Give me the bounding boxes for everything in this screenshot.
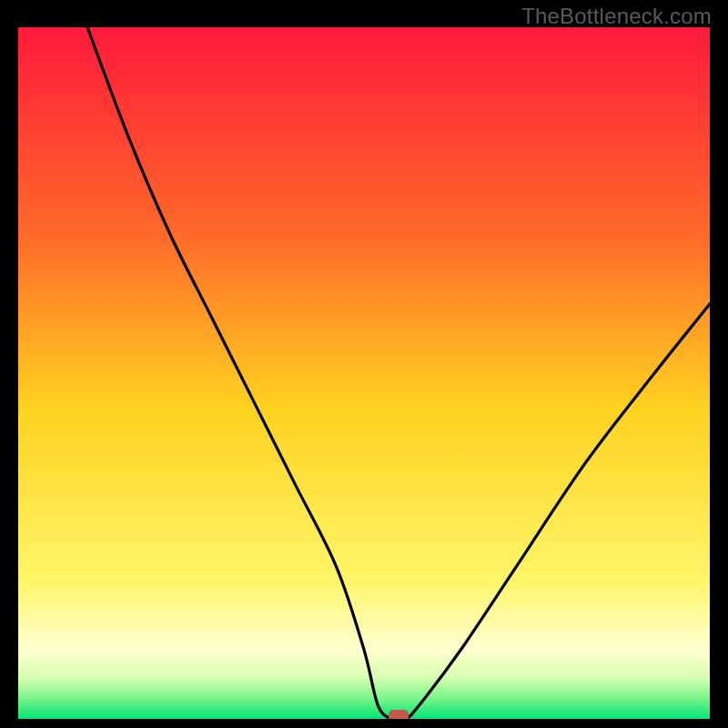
optimum-marker [389,710,409,719]
gradient-background [18,27,710,719]
watermark-text: TheBottleneck.com [521,4,712,29]
chart-frame: TheBottleneck.com [0,0,728,728]
plot-area [18,27,710,719]
chart-svg [18,27,710,719]
